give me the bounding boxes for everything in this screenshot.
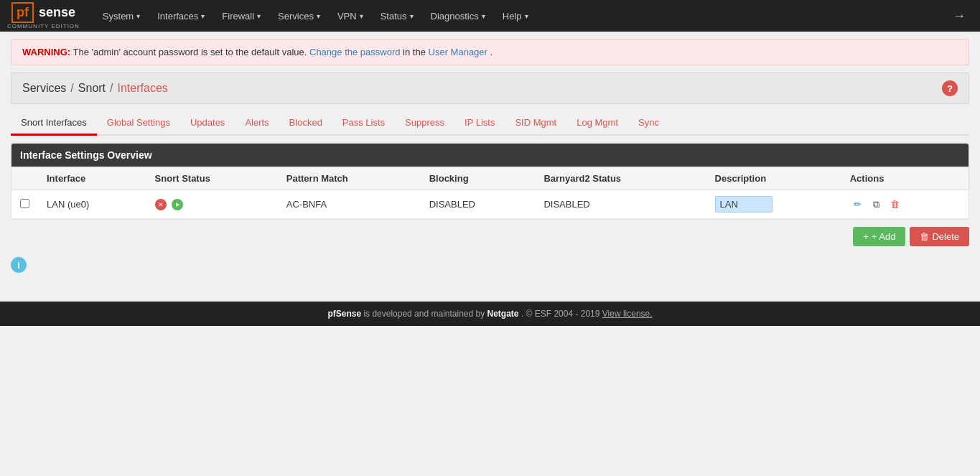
col-pattern-match: Pattern Match <box>278 167 421 190</box>
copy-icon[interactable]: ⧉ <box>869 197 885 213</box>
nav-system[interactable]: System ▾ <box>94 0 149 32</box>
row-pattern-match: AC-BNFA <box>278 190 421 219</box>
row-snort-status <box>146 190 278 219</box>
view-license-link[interactable]: View license. <box>602 309 653 319</box>
trash-icon: 🗑 <box>920 231 929 242</box>
nav-services[interactable]: Services ▾ <box>269 0 329 32</box>
tab-alerts[interactable]: Alerts <box>235 111 279 134</box>
breadcrumb-path: Services / Snort / Interfaces <box>22 82 168 95</box>
footer-pfsense: pfSense <box>327 309 361 319</box>
warning-middle: in the <box>403 47 428 57</box>
chevron-down-icon: ▾ <box>525 12 528 20</box>
nav-status[interactable]: Status ▾ <box>372 0 422 32</box>
row-interface: LAN (ue0) <box>38 190 146 219</box>
table-header-row: Interface Snort Status Pattern Match Blo… <box>11 167 969 190</box>
chevron-down-icon: ▾ <box>136 12 140 20</box>
breadcrumb-sep2: / <box>110 82 113 95</box>
chevron-down-icon: ▾ <box>482 12 485 20</box>
change-password-link[interactable]: Change the password <box>309 47 400 57</box>
interface-settings-panel: Interface Settings Overview Interface Sn… <box>11 143 969 220</box>
chevron-down-icon: ▾ <box>410 12 414 20</box>
chevron-down-icon: ▾ <box>360 12 363 20</box>
panel-title: Interface Settings Overview <box>11 144 969 167</box>
stop-icon[interactable] <box>155 199 167 210</box>
row-description-cell <box>706 190 841 219</box>
col-interface: Interface <box>38 167 146 190</box>
plus-icon: + <box>863 231 869 242</box>
action-icons-group: ✏ ⧉ 🗑 <box>850 197 960 213</box>
table-row: LAN (ue0) AC-BNFA DISABLED <box>11 190 969 219</box>
nav-vpn[interactable]: VPN ▾ <box>329 0 372 32</box>
breadcrumb-interfaces: Interfaces <box>118 82 168 95</box>
chevron-down-icon: ▾ <box>257 12 261 20</box>
col-blocking: Blocking <box>421 167 536 190</box>
description-input[interactable] <box>715 196 773 213</box>
row-barnyard2-status: DISABLED <box>535 190 706 219</box>
col-description: Description <box>706 167 841 190</box>
warning-text: The 'admin' account password is set to t… <box>73 47 309 57</box>
row-checkbox-cell <box>11 190 38 219</box>
navbar: pf sense COMMUNITY EDITION System ▾ Inte… <box>0 0 980 32</box>
nav-firewall[interactable]: Firewall ▾ <box>213 0 269 32</box>
tab-global-settings[interactable]: Global Settings <box>97 111 180 134</box>
user-manager-link[interactable]: User Manager <box>429 47 487 57</box>
nav-help[interactable]: Help ▾ <box>494 0 537 32</box>
breadcrumb: Services / Snort / Interfaces ? <box>11 73 969 104</box>
play-icon[interactable] <box>172 199 183 210</box>
button-row: + + Add 🗑 Delete <box>11 227 969 246</box>
tab-suppress[interactable]: Suppress <box>395 111 454 134</box>
tab-sync[interactable]: Sync <box>628 111 669 134</box>
delete-button[interactable]: 🗑 Delete <box>910 227 969 246</box>
footer-netgate: Netgate <box>487 309 519 319</box>
info-icon[interactable]: i <box>11 257 27 273</box>
row-blocking: DISABLED <box>421 190 536 219</box>
nav-diagnostics[interactable]: Diagnostics ▾ <box>422 0 494 32</box>
tab-updates[interactable]: Updates <box>180 111 235 134</box>
chevron-down-icon: ▾ <box>201 12 205 20</box>
row-checkbox[interactable] <box>20 199 29 208</box>
table-wrap: Interface Snort Status Pattern Match Blo… <box>11 167 969 219</box>
breadcrumb-snort[interactable]: Snort <box>78 82 106 95</box>
brand-logo: pf sense COMMUNITY EDITION <box>7 2 80 29</box>
tab-snort-interfaces[interactable]: Snort Interfaces <box>11 111 97 136</box>
nav-interfaces[interactable]: Interfaces ▾ <box>149 0 213 32</box>
logout-button[interactable]: → <box>946 9 973 24</box>
add-button[interactable]: + + Add <box>853 227 905 246</box>
delete-row-icon[interactable]: 🗑 <box>887 197 903 213</box>
help-button[interactable]: ? <box>942 80 958 96</box>
logo-edition: COMMUNITY EDITION <box>7 23 80 29</box>
footer-text2: . © ESF 2004 - 2019 <box>521 309 602 319</box>
col-barnyard2-status: Barnyard2 Status <box>535 167 706 190</box>
warning-banner: WARNING: The 'admin' account password is… <box>11 39 969 65</box>
edit-icon[interactable]: ✏ <box>850 197 866 213</box>
logo-pf: pf <box>17 5 29 19</box>
footer: pfSense is developed and maintained by N… <box>0 302 980 326</box>
footer-text1: is developed and maintained by <box>363 309 487 319</box>
content-area: Interface Settings Overview Interface Sn… <box>11 143 969 273</box>
breadcrumb-sep1: / <box>70 82 73 95</box>
logo-box: pf <box>11 2 34 23</box>
warning-end: . <box>490 47 493 57</box>
chevron-down-icon: ▾ <box>317 12 320 20</box>
tab-blocked[interactable]: Blocked <box>279 111 332 134</box>
tab-ip-lists[interactable]: IP Lists <box>454 111 505 134</box>
tabs-bar: Snort Interfaces Global Settings Updates… <box>11 111 969 136</box>
breadcrumb-services[interactable]: Services <box>22 82 66 95</box>
row-actions: ✏ ⧉ 🗑 <box>841 190 969 219</box>
col-actions: Actions <box>841 167 969 190</box>
tab-pass-lists[interactable]: Pass Lists <box>332 111 395 134</box>
interfaces-table: Interface Snort Status Pattern Match Blo… <box>11 167 969 219</box>
tab-log-mgmt[interactable]: Log Mgmt <box>566 111 628 134</box>
warning-label: WARNING: <box>22 47 70 57</box>
col-checkbox <box>11 167 38 190</box>
logo-sense: sense <box>39 5 75 20</box>
col-snort-status: Snort Status <box>146 167 278 190</box>
tab-sid-mgmt[interactable]: SID Mgmt <box>505 111 566 134</box>
